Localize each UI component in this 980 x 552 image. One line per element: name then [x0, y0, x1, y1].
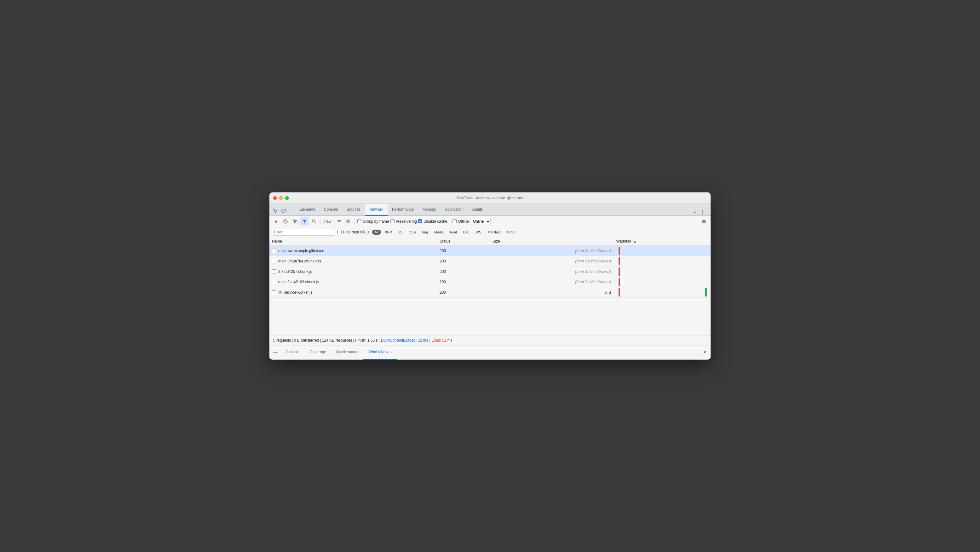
table-row[interactable]: 2.7fdd42b7.chunk.js 200 (from ServiceWor… — [269, 266, 711, 277]
minimize-button[interactable] — [279, 196, 283, 200]
camera-button[interactable] — [291, 217, 299, 225]
filter-chip-manifest[interactable]: Manifest — [485, 230, 503, 235]
tab-performance[interactable]: Performance — [388, 204, 418, 216]
tab-network[interactable]: Network — [365, 204, 388, 216]
status-text: 5 requests | 0 B transferred | 124 KB re… — [273, 338, 380, 343]
tab-bar: Elements Console Sources Network Perform… — [269, 204, 711, 216]
svg-line-7 — [285, 220, 287, 222]
col-header-waterfall[interactable]: Waterfall ▲ — [614, 237, 711, 246]
list-view-button[interactable] — [335, 217, 343, 225]
tab-memory[interactable]: Memory — [418, 204, 441, 216]
settings-dropdown-button[interactable] — [700, 217, 708, 225]
col-header-size[interactable]: Size — [490, 237, 614, 246]
window-title: DevTools - react-sw-example.glitch.me/ — [457, 196, 523, 200]
td-name-5: ⚙️ service-worker.js — [269, 287, 437, 297]
svg-rect-8 — [293, 220, 297, 223]
close-button[interactable] — [273, 196, 277, 200]
filter-chip-css[interactable]: CSS — [406, 230, 418, 235]
td-status-1: 200 — [437, 246, 490, 256]
device-icon[interactable] — [281, 208, 287, 214]
load-time-text: Load: 51 ms — [432, 338, 452, 343]
tab-audits[interactable]: Audits — [468, 204, 487, 216]
preserve-log-checkbox-group[interactable]: Preserve log — [390, 219, 417, 223]
filter-input-wrap[interactable] — [272, 229, 335, 236]
svg-point-19 — [274, 352, 274, 353]
td-size-3: (from ServiceWorker) — [490, 266, 614, 277]
offline-checkbox-group[interactable]: Offline — [452, 219, 469, 223]
td-waterfall-2 — [614, 256, 711, 266]
table-row[interactable]: main.8fb3a7b4.chunk.css 200 (from Servic… — [269, 256, 711, 266]
td-name-4: main.3cd46163.chunk.js — [269, 277, 437, 287]
drawer-tab-quick-source[interactable]: Quick source — [331, 345, 363, 360]
filter-chip-img[interactable]: Img — [420, 230, 430, 235]
tab-application[interactable]: Application — [441, 204, 468, 216]
kebab-menu-icon[interactable] — [699, 209, 706, 215]
file-icon-2 — [272, 259, 276, 263]
detailed-view-button[interactable] — [344, 217, 352, 225]
td-status-3: 200 — [437, 266, 490, 277]
filter-chip-all[interactable]: All — [372, 230, 381, 235]
toolbar-divider-1 — [320, 218, 321, 225]
disable-cache-checkbox-group[interactable]: Disable cache — [418, 219, 447, 223]
td-status-4: 200 — [437, 277, 490, 287]
offline-checkbox[interactable] — [452, 219, 457, 223]
cursor-icon[interactable] — [272, 208, 278, 214]
col-header-name[interactable]: Name — [269, 237, 437, 246]
drawer-tabs: Console Coverage Quick source What's New… — [281, 345, 699, 360]
filter-chip-doc[interactable]: Doc — [461, 230, 472, 235]
group-by-frame-checkbox-group[interactable]: Group by frame — [357, 219, 389, 223]
tab-console[interactable]: Console — [320, 204, 342, 216]
filter-chip-ws[interactable]: WS — [473, 230, 484, 235]
filter-chip-other[interactable]: Other — [504, 230, 519, 235]
devtools-body: Elements Console Sources Network Perform… — [269, 204, 711, 360]
hide-data-urls-checkbox-group[interactable]: Hide data URLs — [337, 230, 370, 235]
tab-sources[interactable]: Sources — [342, 204, 365, 216]
col-header-status[interactable]: Status — [437, 237, 490, 246]
table-row[interactable]: main.3cd46163.chunk.js 200 (from Service… — [269, 277, 711, 287]
more-tabs-icon[interactable] — [692, 209, 698, 215]
title-bar: DevTools - react-sw-example.glitch.me/ — [269, 192, 711, 204]
devtools-window: DevTools - react-sw-example.glitch.me/ E… — [269, 192, 711, 360]
view-label: View: — [323, 219, 332, 223]
svg-rect-17 — [346, 222, 348, 223]
network-table-container: Name Status Size Waterfall ▲ — [269, 237, 711, 336]
td-waterfall-4 — [614, 277, 711, 287]
hide-data-urls-checkbox[interactable] — [337, 230, 342, 234]
filter-input[interactable] — [274, 230, 333, 235]
svg-rect-0 — [282, 209, 285, 212]
disable-cache-checkbox[interactable] — [418, 219, 422, 223]
td-name-3: 2.7fdd42b7.chunk.js — [269, 266, 437, 277]
drawer-tab-whats-new[interactable]: What's New × — [363, 345, 397, 360]
drawer-menu-button[interactable] — [269, 347, 281, 358]
group-by-frame-checkbox[interactable] — [357, 219, 361, 223]
td-status-5: 200 — [437, 287, 490, 297]
throttle-select[interactable]: Online — [470, 218, 491, 225]
filter-button[interactable] — [300, 217, 309, 225]
svg-point-9 — [294, 221, 296, 223]
filter-bar: Hide data URLs All XHR JS CSS Img Media … — [269, 227, 711, 237]
bottom-drawer: Console Coverage Quick source What's New… — [269, 345, 711, 360]
svg-point-20 — [275, 352, 276, 353]
filter-chip-font[interactable]: Font — [447, 230, 460, 235]
svg-point-3 — [702, 210, 703, 211]
maximize-button[interactable] — [285, 196, 289, 200]
drawer-close-button[interactable]: × — [699, 347, 711, 358]
filter-chip-js[interactable]: JS — [396, 230, 405, 235]
row-checkbox-5[interactable] — [272, 290, 276, 294]
filter-chip-media[interactable]: Media — [432, 230, 446, 235]
status-bar: 5 requests | 0 B transferred | 124 KB re… — [269, 336, 711, 345]
td-waterfall-1 — [614, 246, 711, 256]
close-whats-new-tab-button[interactable]: × — [390, 350, 392, 354]
preserve-log-checkbox[interactable] — [390, 219, 395, 223]
table-row[interactable]: ⚙️ service-worker.js 200 0 B — [269, 287, 711, 297]
drawer-tab-console[interactable]: Console — [281, 345, 305, 360]
record-button[interactable]: ● — [272, 217, 280, 225]
svg-rect-16 — [348, 220, 350, 221]
empty-row — [269, 297, 711, 335]
clear-button[interactable] — [282, 217, 290, 225]
table-row[interactable]: react-sw-example.glitch.me 200 (from Ser… — [269, 246, 711, 256]
filter-chip-xhr[interactable]: XHR — [382, 230, 395, 235]
drawer-tab-coverage[interactable]: Coverage — [305, 345, 331, 360]
tab-elements[interactable]: Elements — [295, 204, 320, 216]
search-button[interactable] — [310, 217, 318, 225]
